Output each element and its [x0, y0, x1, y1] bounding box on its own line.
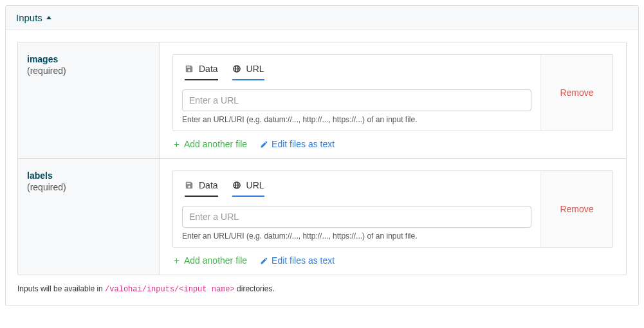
save-icon: [185, 181, 194, 190]
file-tabs: Data URL: [182, 180, 531, 197]
panel-header[interactable]: Inputs: [6, 6, 638, 30]
url-help-text: Enter an URL/URI (e.g. datum://..., http…: [182, 115, 531, 124]
remove-button[interactable]: Remove: [540, 171, 612, 247]
remove-button[interactable]: Remove: [540, 55, 612, 131]
plus-icon: [172, 257, 181, 265]
add-another-file-button[interactable]: Add another file: [172, 255, 247, 266]
edit-file-label: Edit files as text: [271, 139, 335, 149]
plus-icon: [172, 140, 181, 149]
file-actions: Add another file Edit files as text: [172, 255, 613, 266]
globe-icon: [232, 64, 241, 73]
url-input[interactable]: [182, 206, 531, 228]
footer-suffix: directories.: [235, 284, 275, 293]
tab-url[interactable]: URL: [232, 180, 264, 197]
footer-prefix: Inputs will be available in: [17, 284, 105, 293]
tab-url[interactable]: URL: [232, 64, 264, 80]
panel-title: Inputs: [16, 12, 42, 23]
edit-as-text-button[interactable]: Edit files as text: [260, 255, 335, 266]
footer-code: /valohai/inputs/<input name>: [105, 285, 235, 294]
caret-up-icon: [46, 16, 51, 19]
tab-data-label: Data: [199, 64, 218, 74]
panel-body: images (required) Data: [6, 30, 638, 305]
file-card: Data URL Enter an URL/URI (e: [172, 170, 613, 248]
remove-label: Remove: [560, 87, 593, 98]
input-row-labels: labels (required) Data: [18, 159, 626, 275]
add-file-label: Add another file: [184, 255, 247, 266]
url-input[interactable]: [182, 89, 531, 111]
url-help-text: Enter an URL/URI (e.g. datum://..., http…: [182, 232, 531, 241]
tab-url-label: URL: [246, 180, 264, 190]
tab-data-label: Data: [199, 180, 218, 190]
save-icon: [185, 64, 194, 73]
file-main: Data URL Enter an URL/URI (e: [173, 171, 540, 247]
tab-url-label: URL: [246, 64, 264, 74]
input-required: (required): [27, 182, 150, 192]
edit-as-text-button[interactable]: Edit files as text: [260, 139, 335, 149]
file-actions: Add another file Edit files as text: [172, 139, 613, 149]
edit-icon: [260, 140, 268, 149]
remove-label: Remove: [560, 204, 593, 214]
globe-icon: [232, 181, 241, 190]
input-required: (required): [27, 66, 150, 76]
edit-file-label: Edit files as text: [271, 255, 335, 266]
input-row-images: images (required) Data: [18, 42, 626, 159]
label-cell: images (required): [18, 42, 160, 158]
tab-data[interactable]: Data: [185, 64, 218, 80]
label-cell: labels (required): [18, 159, 160, 275]
content-cell: Data URL Enter an URL/URI (e: [160, 159, 626, 275]
inputs-table: images (required) Data: [17, 42, 627, 275]
add-another-file-button[interactable]: Add another file: [172, 139, 247, 149]
input-name: labels: [27, 170, 150, 181]
content-cell: Data URL Enter an URL/URI (e: [160, 42, 626, 158]
edit-icon: [260, 257, 268, 265]
file-card: Data URL Enter an URL/URI (e: [172, 54, 613, 131]
footer-note: Inputs will be available in /valohai/inp…: [17, 284, 627, 294]
file-tabs: Data URL: [182, 64, 531, 80]
file-main: Data URL Enter an URL/URI (e: [173, 55, 540, 131]
input-name: images: [27, 54, 150, 64]
tab-data[interactable]: Data: [185, 180, 218, 197]
inputs-panel: Inputs images (required): [5, 5, 639, 306]
add-file-label: Add another file: [184, 139, 247, 149]
